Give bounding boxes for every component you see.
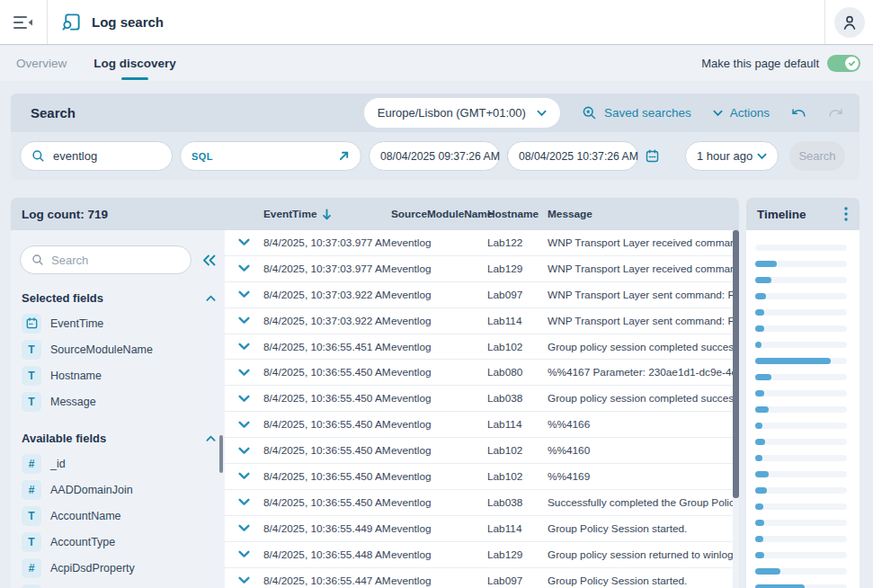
row-expand-chevron-icon[interactable] [225, 343, 263, 351]
field-item-Message[interactable]: TMessage [20, 388, 218, 414]
cell-message: %%4166 [548, 418, 739, 431]
saved-searches-button[interactable]: Saved searches [582, 105, 691, 120]
table-row[interactable]: 8/4/2025, 10:36:55.450 AMeventlogLab080%… [225, 360, 739, 386]
row-expand-chevron-icon[interactable] [225, 576, 263, 584]
table-scrollbar[interactable] [733, 230, 739, 588]
timeline-bar[interactable] [755, 520, 764, 526]
table-row[interactable]: 8/4/2025, 10:36:55.448 AMeventlogLab129G… [225, 542, 739, 568]
field-item-AccountName[interactable]: TAccountName [20, 503, 218, 529]
column-message[interactable]: Message [548, 208, 739, 220]
fields-search-input[interactable] [51, 254, 150, 267]
timeline-menu-button[interactable] [844, 207, 848, 221]
row-expand-chevron-icon[interactable] [225, 472, 263, 480]
table-row[interactable]: 8/4/2025, 10:36:55.450 AMeventlogLab038G… [225, 386, 739, 412]
row-expand-chevron-icon[interactable] [225, 369, 263, 377]
column-event-time[interactable]: EventTime [263, 208, 391, 220]
start-time-field[interactable]: 08/04/2025 09:37:26 AM [369, 141, 500, 171]
timeline-bar[interactable] [755, 309, 764, 316]
search-button[interactable]: Search [789, 141, 845, 171]
field-item-SourceModuleName[interactable]: TSourceModuleName [20, 336, 218, 362]
timeline-bar[interactable] [755, 471, 769, 477]
row-expand-chevron-icon[interactable] [225, 238, 263, 246]
column-hostname[interactable]: Hostname [487, 208, 548, 220]
sidebar-collapse-button[interactable] [202, 254, 218, 266]
field-item-AcpiDsdProperty[interactable]: #AcpiDsdProperty [20, 555, 218, 581]
sidebar-scrollbar-thumb[interactable] [219, 435, 223, 473]
redo-button[interactable] [828, 105, 843, 120]
sql-query-field[interactable]: SQL [180, 141, 361, 171]
table-row[interactable]: 8/4/2025, 10:36:55.450 AMeventlogLab102%… [225, 464, 739, 490]
actions-button[interactable]: Actions [713, 106, 770, 120]
timeline-bar[interactable] [755, 406, 769, 413]
field-item-AADDomainJoin[interactable]: #AADDomainJoin [20, 477, 218, 503]
tab-bar: Overview Log discovery Make this page de… [0, 46, 873, 81]
field-item-_id[interactable]: #_id [20, 450, 218, 477]
table-scrollbar-thumb[interactable] [733, 230, 739, 498]
timeline-bar[interactable] [755, 390, 764, 396]
timezone-select[interactable]: Europe/Lisbon (GMT+01:00) [364, 98, 560, 128]
chevron-up-icon[interactable] [206, 435, 216, 442]
timeline-bar[interactable] [755, 455, 762, 461]
column-source-module[interactable]: SourceModuleName [391, 208, 487, 220]
chevron-up-icon[interactable] [206, 295, 216, 302]
table-row[interactable]: 8/4/2025, 10:36:55.450 AMeventlogLab114%… [225, 412, 739, 438]
field-item-Action[interactable]: #Action [20, 581, 218, 588]
row-expand-chevron-icon[interactable] [225, 395, 263, 403]
table-row[interactable]: 8/4/2025, 10:37:03.922 AMeventlogLab097W… [225, 282, 739, 308]
row-expand-chevron-icon[interactable] [225, 550, 263, 558]
menu-collapse-button[interactable] [0, 0, 48, 44]
calendar-icon[interactable] [646, 149, 659, 163]
timeline-bar[interactable] [755, 277, 771, 283]
log-table: 8/4/2025, 10:37:03.977 AMeventlogLab122W… [225, 230, 739, 588]
timeline-bar[interactable] [755, 374, 771, 380]
make-default-label: Make this page default [701, 57, 819, 70]
redo-icon [828, 105, 843, 120]
timeline-bar[interactable] [755, 293, 766, 299]
timeline-bar[interactable] [755, 342, 762, 348]
table-row[interactable]: 8/4/2025, 10:36:55.449 AMeventlogLab114G… [225, 516, 739, 542]
tab-log-discovery[interactable]: Log discovery [94, 46, 176, 81]
timeline-bar[interactable] [755, 261, 777, 267]
table-row[interactable]: 8/4/2025, 10:36:55.450 AMeventlogLab038S… [225, 490, 739, 516]
timeline-bar[interactable] [755, 439, 765, 445]
field-item-Hostname[interactable]: THostname [20, 362, 218, 388]
timeline-track [755, 439, 847, 445]
row-expand-chevron-icon[interactable] [225, 316, 263, 325]
row-expand-chevron-icon[interactable] [225, 264, 263, 272]
page-default-toggle[interactable] [827, 55, 860, 72]
timeline-bar[interactable] [755, 552, 764, 558]
row-expand-chevron-icon[interactable] [225, 421, 263, 429]
table-row[interactable]: 8/4/2025, 10:36:55.451 AMeventlogLab102G… [225, 334, 739, 361]
field-item-AccountType[interactable]: TAccountType [20, 529, 218, 555]
row-expand-chevron-icon[interactable] [225, 447, 263, 455]
timeline-bar[interactable] [755, 536, 763, 542]
number-field-icon: # [22, 558, 41, 578]
end-time-field[interactable]: 08/04/2025 10:37:26 AM [507, 141, 638, 171]
table-row[interactable]: 8/4/2025, 10:37:03.922 AMeventlogLab114W… [225, 308, 739, 334]
timeline-bar[interactable] [755, 584, 805, 588]
timeline-bar[interactable] [755, 568, 780, 575]
relative-time-select[interactable]: 1 hour ago [685, 141, 779, 171]
query-input[interactable] [53, 149, 152, 163]
expand-icon[interactable] [338, 150, 350, 162]
timeline-bar[interactable] [755, 358, 831, 364]
available-fields-header[interactable]: Available fields [22, 432, 216, 445]
tab-overview[interactable]: Overview [16, 46, 67, 81]
timeline-bar[interactable] [755, 487, 767, 494]
table-row[interactable]: 8/4/2025, 10:36:55.450 AMeventlogLab102%… [225, 438, 739, 464]
row-expand-chevron-icon[interactable] [225, 290, 263, 298]
row-expand-chevron-icon[interactable] [225, 498, 263, 506]
undo-button[interactable] [791, 105, 806, 120]
row-expand-chevron-icon[interactable] [225, 524, 263, 532]
timeline-bar[interactable] [755, 423, 762, 429]
table-row[interactable]: 8/4/2025, 10:37:03.977 AMeventlogLab129W… [225, 256, 739, 282]
timeline-bar[interactable] [755, 503, 763, 510]
cell-message: Group policy session completed successfu… [548, 392, 739, 405]
selected-fields-header[interactable]: Selected fields [22, 291, 216, 305]
table-row[interactable]: 8/4/2025, 10:37:03.977 AMeventlogLab122W… [225, 230, 739, 256]
table-row[interactable]: 8/4/2025, 10:36:55.447 AMeventlogLab097G… [225, 568, 739, 588]
field-item-EventTime[interactable]: EventTime [20, 310, 218, 336]
cell-event-time: 8/4/2025, 10:36:55.450 AM [263, 444, 391, 457]
user-avatar[interactable] [834, 7, 865, 38]
timeline-bar[interactable] [755, 325, 764, 332]
